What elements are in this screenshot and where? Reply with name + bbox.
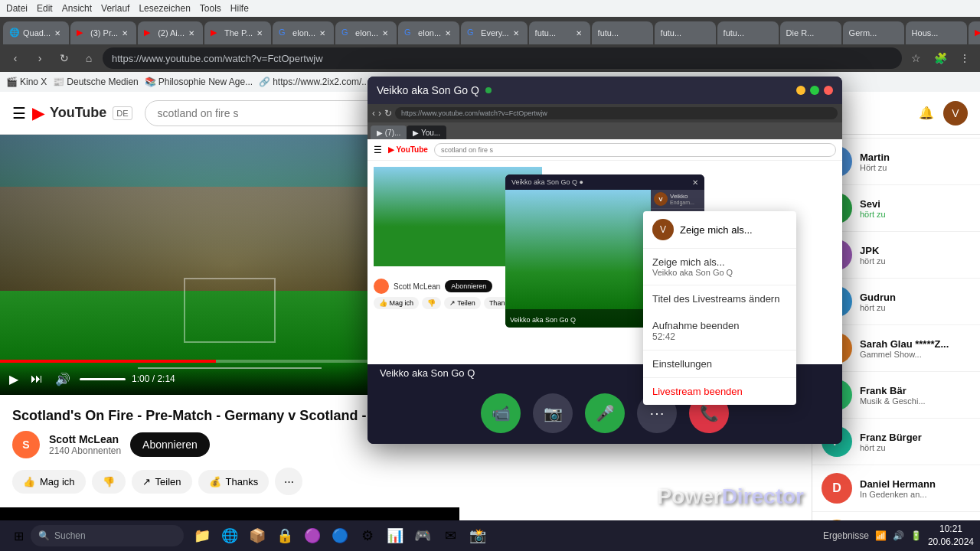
notification-button[interactable]: 🔔 <box>919 106 934 120</box>
taskbar-app-1[interactable]: 🔵 <box>328 523 352 548</box>
tray-volume[interactable]: 🔊 <box>893 530 904 541</box>
tab-yt7v[interactable]: ▶ (7) vi... <box>969 21 980 44</box>
tab-futu3[interactable]: futu... <box>655 21 716 44</box>
maximize-button[interactable] <box>810 86 819 95</box>
bookmark-star[interactable]: ☆ <box>905 47 926 69</box>
user-avatar[interactable]: V <box>943 101 968 126</box>
bookmark-kino[interactable]: 🎬 Kino X <box>6 77 47 87</box>
tab-close-yt2[interactable]: ✕ <box>186 28 197 38</box>
share-button[interactable]: ↗ Teilen <box>132 470 192 494</box>
minimize-button[interactable] <box>796 86 805 95</box>
deep-p-veikko-avatar[interactable]: V <box>654 192 668 206</box>
nested-channel-avatar[interactable] <box>374 279 389 294</box>
back-button[interactable]: ‹ <box>5 47 26 69</box>
taskbar-app-2[interactable]: ⚙ <box>355 523 380 548</box>
tab-every[interactable]: G Every... ✕ <box>461 21 527 44</box>
tab-germ[interactable]: Germ... <box>843 21 904 44</box>
menu-tools[interactable]: Tools <box>200 3 221 14</box>
tab-die-r[interactable]: Die R... <box>780 21 841 44</box>
taskbar-app-explorer[interactable]: 📁 <box>190 523 214 548</box>
taskbar-app-3[interactable]: 📊 <box>383 523 407 548</box>
nested-dislike[interactable]: 👎 <box>422 297 441 309</box>
tab-close-g1[interactable]: ✕ <box>317 28 328 38</box>
tab-yt2[interactable]: ▶ (2) Ai... ✕ <box>138 21 203 44</box>
thanks-button[interactable]: 💰 Thanks <box>198 470 270 494</box>
menu-edit[interactable]: Edit <box>37 3 53 14</box>
taskbar-search[interactable]: 🔍 Suchen <box>31 525 184 546</box>
play-pause-button[interactable]: ▶ <box>6 369 21 390</box>
more-actions-button[interactable]: ⋯ <box>275 468 302 495</box>
tab-futu2[interactable]: futu... <box>592 21 653 44</box>
tab-g3[interactable]: G elon... ✕ <box>398 21 459 44</box>
taskbar-app-mail[interactable]: ✉ <box>438 523 462 548</box>
taskbar-app-lock[interactable]: 🔒 <box>273 523 297 548</box>
nested-tab-1[interactable]: ▶ (7)... <box>371 126 407 139</box>
tray-clock[interactable]: 10:21 20.06.2024 <box>928 523 974 549</box>
subscribe-button[interactable]: Abonnieren <box>130 432 210 457</box>
nested-back[interactable]: ‹ <box>372 108 375 119</box>
tab-close-g2[interactable]: ✕ <box>380 28 390 38</box>
volume-slider[interactable] <box>80 378 126 380</box>
tray-battery[interactable]: 🔋 <box>910 530 922 541</box>
tray-network[interactable]: 📶 <box>875 530 887 541</box>
menu-verlauf[interactable]: Verlauf <box>101 3 129 14</box>
menu-lesezeichen[interactable]: Lesezeichen <box>139 3 190 14</box>
deep-close-button[interactable]: ✕ <box>692 178 698 187</box>
menu-ansicht[interactable]: Ansicht <box>62 3 92 14</box>
tab-futu1[interactable]: futu... ✕ <box>529 21 590 44</box>
ctx-zeige-als[interactable]: Zeige mich als... Veikko aka Son Go Q <box>643 249 796 285</box>
address-bar[interactable]: https://www.youtube.com/watch?v=FctOpert… <box>103 47 902 69</box>
tab-the[interactable]: ▶ The P... ✕ <box>204 21 271 44</box>
home-button[interactable]: ⌂ <box>78 47 100 69</box>
taskbar-app-camera[interactable]: 📸 <box>466 523 490 548</box>
tab-g1[interactable]: G elon... ✕ <box>273 21 334 44</box>
nested-like[interactable]: 👍 Mag ich <box>374 297 419 309</box>
nested-refresh[interactable]: ↻ <box>384 108 392 119</box>
nested-forward[interactable]: › <box>378 108 381 119</box>
tab-close[interactable]: ✕ <box>52 28 63 38</box>
nested-tab-active[interactable]: ▶ You... <box>407 126 446 139</box>
like-button[interactable]: 👍 Mag ich <box>12 470 86 494</box>
bookmark-deutsche[interactable]: 📰 Deutsche Medien <box>53 77 138 87</box>
taskbar-app-browser[interactable]: 🌐 <box>217 523 242 548</box>
bookmark-2ix2[interactable]: 🔗 https://www.2ix2.com/... <box>259 77 369 87</box>
settings-button[interactable]: ⋮ <box>954 47 975 69</box>
ctx-einstellungen[interactable]: Einstellungen <box>643 350 796 377</box>
tab-close-futu1[interactable]: ✕ <box>573 28 584 38</box>
channel-avatar[interactable]: S <box>12 431 40 458</box>
close-button[interactable] <box>824 86 833 95</box>
bookmark-philosophie[interactable]: 📚 Philosophie New Age... <box>145 77 253 87</box>
channel-name[interactable]: Scott McLean <box>49 433 121 445</box>
nested-address-bar[interactable]: https://www.youtube.com/watch?v=FctOpert… <box>395 107 838 119</box>
nested-hamburger[interactable]: ☰ <box>374 145 382 155</box>
nested-subscribe-button[interactable]: Abonnieren <box>445 280 492 292</box>
tab-close-g3[interactable]: ✕ <box>443 28 453 38</box>
dislike-button[interactable]: 👎 <box>92 470 126 494</box>
refresh-button[interactable]: ↻ <box>54 47 75 69</box>
nested-search-input[interactable] <box>434 143 836 157</box>
tab-close-the[interactable]: ✕ <box>254 28 265 38</box>
tab-hous[interactable]: Hous... <box>906 21 967 44</box>
ctx-aufnahme[interactable]: Aufnahme beenden 52:42 <box>643 312 796 350</box>
participant-daniel-avatar[interactable]: D <box>822 473 852 504</box>
tab-close-yt1[interactable]: ✕ <box>119 28 130 38</box>
nested-share[interactable]: ↗ Teilen <box>444 297 481 309</box>
menu-datei[interactable]: Datei <box>6 3 28 14</box>
ctx-livestream-beenden[interactable]: Livestream beenden <box>643 378 796 405</box>
taskbar-app-game[interactable]: 🎮 <box>410 523 435 548</box>
tab-yt1[interactable]: ▶ (3) Pr... ✕ <box>70 21 136 44</box>
forward-button[interactable]: › <box>29 47 51 69</box>
start-button[interactable]: ⊞ <box>6 523 31 548</box>
menu-hilfe[interactable]: Hilfe <box>230 3 249 14</box>
microphone-button[interactable]: 🎤 <box>585 393 625 433</box>
hamburger-menu[interactable]: ☰ <box>12 104 26 122</box>
camera-off-button[interactable]: 📷 <box>533 393 573 433</box>
video-toggle-button[interactable]: 📹 <box>481 393 521 433</box>
tab-futu4[interactable]: futu... <box>717 21 779 44</box>
taskbar-app-dropbox[interactable]: 📦 <box>245 523 270 548</box>
tab-g2[interactable]: G elon... ✕ <box>335 21 397 44</box>
ctx-titel-aendern[interactable]: Titel des Livestreams ändern <box>643 285 796 312</box>
tab-quad[interactable]: 🌐 Quad... ✕ <box>3 21 69 44</box>
tab-close-every[interactable]: ✕ <box>511 28 521 38</box>
taskbar-app-discord[interactable]: 🟣 <box>300 523 325 548</box>
